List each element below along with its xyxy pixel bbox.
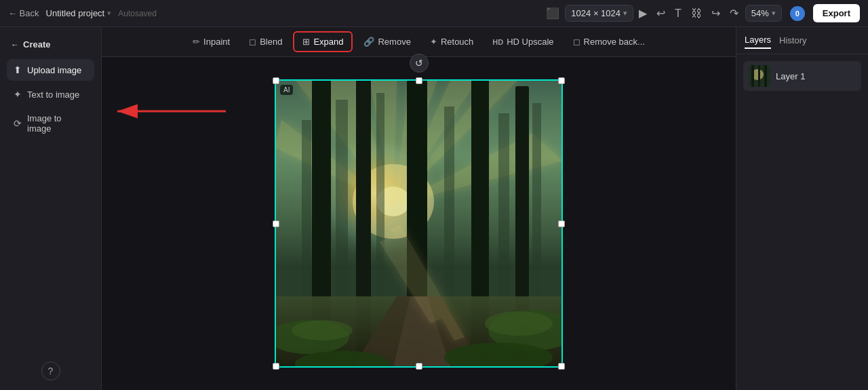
redo-icon[interactable]: ↪ xyxy=(711,7,720,20)
remove-back-icon: ◻ xyxy=(573,37,580,47)
hd-upscale-icon: HD xyxy=(492,38,503,46)
layers-content: Layer 1 xyxy=(736,54,868,98)
topbar-center: ⬛ 1024 × 1024 ▾ ▶ ↩ T ⛓ ↪ ↷ xyxy=(546,5,738,22)
layer-thumbnail xyxy=(749,65,770,87)
blend-icon: ◻ xyxy=(249,37,256,47)
inpaint-label: Inpaint xyxy=(203,37,230,47)
right-sidebar: Layers History Layer 1 xyxy=(736,27,868,390)
expand-icon: ⊞ xyxy=(302,37,310,47)
text-to-image-label: Text to image xyxy=(27,90,79,100)
back-arrow-icon: ← xyxy=(11,40,19,50)
sidebar-item-text-to-image[interactable]: ✦ Text to image xyxy=(7,83,94,105)
retouch-icon: ✦ xyxy=(430,37,437,47)
undo-icon[interactable]: ↩ xyxy=(656,7,665,20)
layer-name-label: Layer 1 xyxy=(776,71,805,81)
blend-button[interactable]: ◻ Blend xyxy=(241,33,290,51)
zoom-chevron-icon: ▾ xyxy=(772,9,776,18)
play-icon[interactable]: ▶ xyxy=(639,7,647,20)
svg-point-33 xyxy=(292,320,353,340)
image-to-image-icon: ⟳ xyxy=(14,118,22,129)
sidebar-item-upload-image[interactable]: ⬆ Upload image xyxy=(7,59,94,81)
layers-tab-label: Layers xyxy=(745,35,771,45)
canvas-size-selector[interactable]: 1024 × 1024 ▾ xyxy=(565,5,633,22)
refresh-icon: ↺ xyxy=(415,58,423,69)
create-heading: ← Create xyxy=(7,37,94,56)
expand-label: Expand xyxy=(313,37,343,47)
canvas-area: ✏ Inpaint ◻ Blend ⊞ Expand 🔗 Remove ✦ Re… xyxy=(102,27,736,390)
back-button[interactable]: ← Back xyxy=(8,8,39,18)
topbar-tool-icons: ⬛ xyxy=(546,7,559,20)
tab-layers[interactable]: Layers xyxy=(745,32,771,49)
help-button[interactable]: ? xyxy=(41,362,60,381)
svg-rect-39 xyxy=(751,65,754,87)
inpaint-icon: ✏ xyxy=(193,37,200,47)
create-label: Create xyxy=(23,39,50,50)
counter-label: 0 xyxy=(795,9,800,18)
text-icon[interactable]: T xyxy=(675,7,682,20)
topbar-action-icons: ▶ ↩ T ⛓ ↪ ↷ xyxy=(639,7,738,20)
back-label: ← Back xyxy=(8,8,39,18)
left-sidebar: ← Create ⬆ Upload image ✦ Text to image … xyxy=(0,27,102,390)
ai-badge-label: AI xyxy=(283,86,290,94)
export-button[interactable]: Export xyxy=(813,4,860,22)
main-layout: ← Create ⬆ Upload image ✦ Text to image … xyxy=(0,27,868,390)
layer-item[interactable]: Layer 1 xyxy=(743,61,861,91)
remove-label: Remove xyxy=(378,37,410,47)
text-to-image-icon: ✦ xyxy=(14,89,22,100)
zoom-label: 54% xyxy=(751,8,769,18)
image-to-image-label: Image to image xyxy=(27,113,87,134)
sidebar-footer: ? xyxy=(7,362,94,381)
canvas-image xyxy=(275,79,563,368)
retouch-button[interactable]: ✦ Retouch xyxy=(422,33,481,51)
expand-button[interactable]: ⊞ Expand xyxy=(293,31,353,52)
retouch-label: Retouch xyxy=(441,37,473,47)
zoom-selector[interactable]: 54% ▾ xyxy=(745,5,782,22)
svg-point-34 xyxy=(485,311,553,336)
annotation-arrow xyxy=(104,91,239,132)
project-chevron-icon: ▾ xyxy=(107,9,111,18)
counter-badge: 0 xyxy=(790,6,805,21)
canvas-size-label: 1024 × 1024 xyxy=(571,8,620,18)
tab-history[interactable]: History xyxy=(779,33,806,48)
image-canvas[interactable]: ↺ xyxy=(275,79,563,368)
remove-back-label: Remove back... xyxy=(584,37,645,47)
upload-image-label: Upload image xyxy=(27,65,81,75)
svg-rect-41 xyxy=(764,65,767,87)
export-label: Export xyxy=(823,8,850,18)
topbar-right: 54% ▾ 0 Export xyxy=(745,4,860,22)
forward-icon[interactable]: ↷ xyxy=(730,7,738,20)
monitor-icon[interactable]: ⬛ xyxy=(546,7,559,20)
ai-badge: AI xyxy=(280,85,293,95)
remove-icon: 🔗 xyxy=(363,37,374,47)
remove-button[interactable]: 🔗 Remove xyxy=(355,33,418,51)
refresh-button[interactable]: ↺ xyxy=(410,54,429,73)
help-icon: ? xyxy=(48,366,54,376)
canvas-size-chevron-icon: ▾ xyxy=(623,9,627,18)
topbar: ← Back Untitled project ▾ Autosaved ⬛ 10… xyxy=(0,0,868,27)
topbar-left: ← Back Untitled project ▾ Autosaved xyxy=(8,8,539,18)
history-tab-label: History xyxy=(779,35,806,45)
blend-label: Blend xyxy=(260,37,282,47)
remove-back-button[interactable]: ◻ Remove back... xyxy=(565,33,653,51)
project-name[interactable]: Untitled project ▾ xyxy=(46,8,112,18)
hd-upscale-button[interactable]: HD HD Upscale xyxy=(484,33,561,51)
svg-rect-40 xyxy=(758,65,760,87)
right-sidebar-tabs: Layers History xyxy=(736,27,868,54)
sidebar-item-image-to-image[interactable]: ⟳ Image to image xyxy=(7,108,94,139)
project-name-label: Untitled project xyxy=(46,8,105,18)
autosaved-label: Autosaved xyxy=(118,9,157,18)
toolbar-row: ✏ Inpaint ◻ Blend ⊞ Expand 🔗 Remove ✦ Re… xyxy=(102,27,736,57)
hd-upscale-label: HD Upscale xyxy=(507,37,553,47)
link-icon[interactable]: ⛓ xyxy=(691,7,702,20)
upload-icon: ⬆ xyxy=(14,64,22,75)
inpaint-button[interactable]: ✏ Inpaint xyxy=(184,33,238,51)
canvas-content: ↺ xyxy=(102,57,736,390)
